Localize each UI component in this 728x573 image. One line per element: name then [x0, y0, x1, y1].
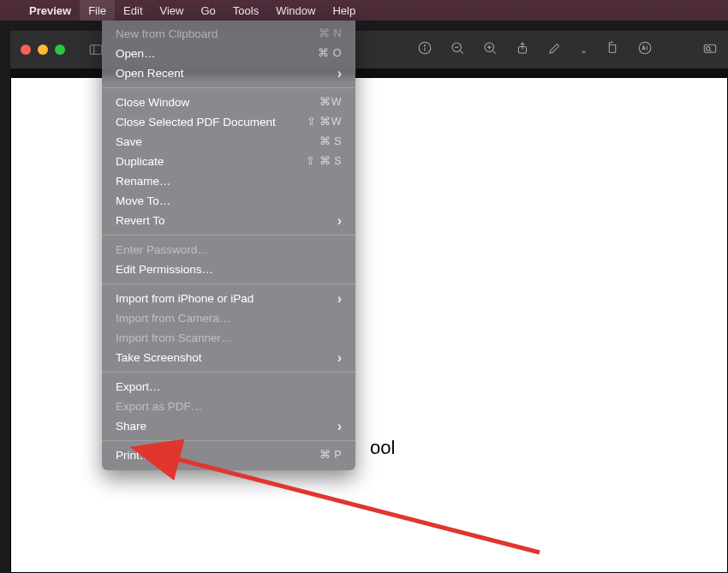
svg-point-15 — [639, 42, 651, 54]
system-menubar: Preview File Edit View Go Tools Window H… — [0, 0, 728, 21]
svg-rect-0 — [90, 45, 102, 55]
file-menu-dropdown: New from Clipboard⌘ NOpen…⌘ OOpen Recent… — [102, 21, 355, 470]
menu-item[interactable]: Print…⌘ P — [102, 445, 355, 465]
menu-item[interactable]: Open Recent› — [102, 63, 355, 83]
menu-item-label: Export as PDF… — [116, 399, 202, 414]
close-window-button[interactable] — [21, 45, 31, 55]
menu-item-label: Enter Password… — [116, 242, 209, 257]
menu-item[interactable]: Edit Permissions… — [102, 260, 355, 279]
menu-item-shortcut: ⌘ N — [319, 27, 342, 41]
menu-item-shortcut: ⇧ ⌘W — [307, 115, 342, 129]
menu-item: New from Clipboard⌘ N — [102, 24, 355, 44]
menu-item[interactable]: Save⌘ S — [102, 132, 355, 152]
menu-item[interactable]: Import from iPhone or iPad› — [102, 289, 355, 308]
minimize-window-button[interactable] — [38, 45, 48, 55]
toolbar-right: ⌄ — [417, 40, 718, 59]
menu-separator — [102, 284, 355, 284]
menu-edit[interactable]: Edit — [115, 0, 151, 21]
menu-item[interactable]: Move To… — [102, 191, 355, 211]
menu-item-label: Move To… — [116, 194, 170, 208]
menu-separator — [102, 372, 355, 373]
menu-item-label: Close Selected PDF Document — [116, 115, 276, 129]
menu-item-shortcut: ⌘W — [319, 95, 342, 110]
menu-view[interactable]: View — [152, 0, 193, 21]
menu-item-shortcut: ⌘ P — [319, 448, 342, 463]
menu-item-label: Import from iPhone or iPad — [116, 291, 254, 306]
menu-item[interactable]: Duplicate⇧ ⌘ S — [102, 152, 355, 171]
zoom-out-icon[interactable] — [450, 40, 465, 59]
menu-item: Import from Camera… — [102, 308, 355, 328]
menu-item[interactable]: Close Window⌘W — [102, 93, 355, 112]
menu-item-label: Save — [116, 134, 142, 149]
svg-line-9 — [492, 51, 496, 54]
rotate-icon[interactable] — [605, 40, 620, 59]
menu-item[interactable]: Open…⌘ O — [102, 44, 355, 63]
menu-item-label: Import from Scanner… — [116, 331, 233, 345]
search-icon[interactable] — [702, 40, 718, 59]
document-text-fragment: ool — [370, 437, 395, 458]
menu-item-shortcut: ⇧ ⌘ S — [306, 154, 342, 169]
menu-item-label: Open Recent — [116, 66, 184, 81]
svg-line-18 — [709, 50, 711, 51]
svg-point-4 — [425, 45, 426, 46]
menu-go[interactable]: Go — [192, 0, 224, 21]
menu-item-label: Edit Permissions… — [116, 262, 213, 277]
app-name[interactable]: Preview — [21, 4, 80, 17]
markup-icon[interactable] — [637, 40, 653, 59]
menu-item-label: New from Clipboard — [116, 27, 218, 41]
menu-item[interactable]: Close Selected PDF Document⇧ ⌘W — [102, 112, 355, 132]
menu-item-label: Close Window — [116, 95, 189, 110]
menu-item-shortcut: ⌘ S — [319, 134, 342, 149]
menu-item[interactable]: Rename… — [102, 171, 355, 191]
svg-rect-14 — [609, 45, 616, 52]
menu-item-label: Import from Camera… — [116, 311, 230, 325]
menu-item-label: Export… — [116, 379, 161, 394]
menu-item: Import from Scanner… — [102, 328, 355, 348]
menu-item-label: Take Screenshot — [116, 350, 202, 365]
menu-item-label: Print… — [116, 448, 151, 463]
menu-item[interactable]: Share› — [102, 416, 355, 436]
menu-item-label: Open… — [116, 46, 156, 61]
menu-window[interactable]: Window — [267, 0, 324, 21]
zoom-window-button[interactable] — [55, 45, 65, 55]
menu-item-label: Duplicate — [116, 154, 164, 169]
window-controls — [21, 45, 65, 55]
info-icon[interactable] — [417, 40, 433, 59]
highlight-icon[interactable] — [547, 40, 563, 59]
menu-item[interactable]: Export… — [102, 377, 355, 397]
menu-help[interactable]: Help — [324, 0, 364, 21]
svg-line-6 — [460, 51, 463, 54]
menu-item: Export as PDF… — [102, 397, 355, 416]
menu-item-label: Rename… — [116, 174, 171, 188]
menu-separator — [102, 235, 355, 236]
menu-separator — [102, 440, 355, 441]
menu-item[interactable]: Take Screenshot› — [102, 348, 355, 367]
menu-separator — [102, 87, 355, 88]
menu-item-label: Share — [116, 419, 146, 433]
menu-item: Enter Password… — [102, 240, 355, 260]
menu-file[interactable]: File — [80, 0, 115, 21]
menu-item[interactable]: Revert To› — [102, 211, 355, 230]
chevron-down-icon[interactable]: ⌄ — [580, 45, 588, 56]
menu-tools[interactable]: Tools — [224, 0, 267, 21]
share-icon[interactable] — [515, 40, 530, 59]
menu-item-shortcut: ⌘ O — [318, 46, 342, 61]
zoom-in-icon[interactable] — [482, 40, 498, 59]
menu-item-label: Revert To — [116, 213, 165, 228]
